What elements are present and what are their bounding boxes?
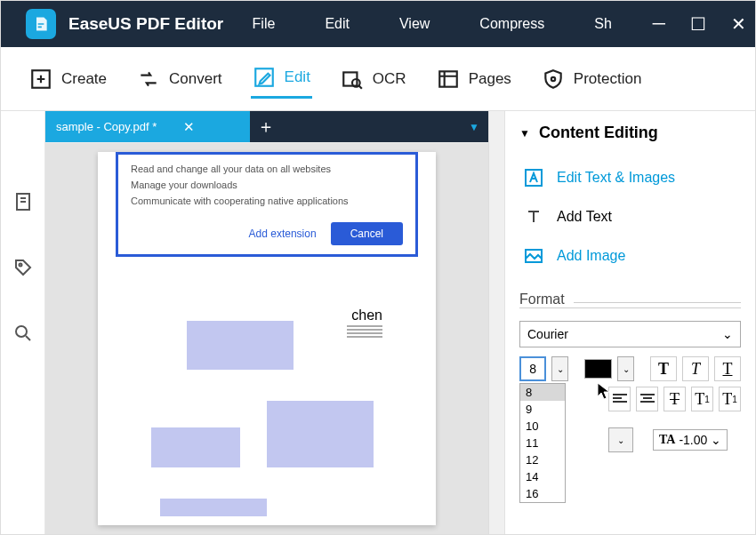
- tool-ocr-label: OCR: [373, 70, 406, 88]
- page-view: Read and change all your data on all web…: [98, 152, 436, 525]
- title-bar: EaseUS PDF Editor File Edit View Compres…: [1, 1, 755, 47]
- action-label: Edit Text & Images: [557, 170, 675, 186]
- document-canvas[interactable]: Read and change all your data on all web…: [45, 143, 488, 535]
- align-center-icon: [640, 394, 655, 404]
- dialog-line: Communicate with cooperating native appl…: [131, 196, 403, 206]
- strikethrough-button[interactable]: T: [664, 387, 686, 411]
- plus-box-icon: [29, 68, 52, 91]
- ocr-icon: [341, 68, 364, 91]
- tab-add-icon[interactable]: ＋: [250, 111, 282, 142]
- tag-icon[interactable]: [12, 257, 34, 278]
- font-color-dropdown-button[interactable]: ⌄: [617, 356, 634, 381]
- search-icon[interactable]: [12, 323, 34, 344]
- tool-create-label: Create: [61, 70, 107, 88]
- font-family-value: Courier: [527, 327, 568, 341]
- add-extension-link[interactable]: Add extension: [245, 222, 320, 245]
- line-spacing-dropdown[interactable]: ⌄: [608, 427, 633, 452]
- maximize-icon[interactable]: ☐: [690, 13, 706, 35]
- tool-pages[interactable]: Pages: [435, 60, 513, 98]
- selection-box[interactable]: [160, 499, 267, 516]
- collapse-caret-icon[interactable]: ▼: [519, 127, 530, 140]
- tool-ocr[interactable]: OCR: [339, 60, 408, 98]
- cancel-button[interactable]: Cancel: [331, 222, 403, 245]
- text-t-icon: [523, 206, 544, 228]
- shield-icon: [542, 68, 565, 91]
- font-size-option[interactable]: 11: [520, 435, 565, 451]
- font-size-option[interactable]: 9: [520, 401, 565, 418]
- doc-text-lines: [347, 325, 382, 339]
- tool-convert-label: Convert: [169, 70, 222, 88]
- align-left-icon: [613, 394, 627, 404]
- tab-close-icon[interactable]: ✕: [183, 119, 195, 135]
- spacing-value: -1.00: [679, 433, 707, 447]
- pages-icon: [437, 68, 460, 91]
- tab-active[interactable]: sample - Copy.pdf * ✕: [45, 111, 250, 142]
- tool-edit[interactable]: Edit: [251, 59, 312, 99]
- add-text-action[interactable]: Add Text: [519, 197, 741, 236]
- font-size-dropdown-button[interactable]: ⌄: [551, 356, 568, 381]
- vertical-scrollbar[interactable]: [488, 111, 504, 535]
- svg-point-5: [551, 76, 555, 80]
- spacing-ta-icon: TA: [659, 433, 675, 447]
- tool-create[interactable]: Create: [28, 60, 109, 98]
- font-size-option[interactable]: 12: [520, 451, 565, 468]
- edit-text-images-action[interactable]: Edit Text & Images: [519, 158, 741, 197]
- tab-bar: sample - Copy.pdf * ✕ ＋ ▼: [45, 111, 488, 143]
- font-size-dropdown[interactable]: 891011121416: [519, 383, 566, 503]
- dialog-line: Manage your downloads: [131, 180, 403, 190]
- chevron-down-icon: ⌄: [722, 327, 733, 341]
- tool-convert[interactable]: Convert: [135, 60, 224, 98]
- action-label: Add Text: [557, 209, 612, 225]
- panel-title: Content Editing: [539, 124, 658, 142]
- panel-header[interactable]: ▼ Content Editing: [519, 124, 741, 142]
- tool-protection-label: Protection: [574, 70, 642, 88]
- add-image-action[interactable]: Add Image: [519, 236, 741, 275]
- app-title: EaseUS PDF Editor: [68, 14, 223, 34]
- bold-button[interactable]: T: [650, 356, 677, 381]
- tool-protection[interactable]: Protection: [540, 60, 644, 98]
- superscript-button[interactable]: T1: [691, 387, 713, 411]
- menu-share[interactable]: Sh: [594, 16, 612, 32]
- font-color-swatch[interactable]: [584, 359, 613, 379]
- align-left-button[interactable]: [608, 387, 631, 411]
- close-icon[interactable]: ✕: [731, 13, 746, 35]
- menu-view[interactable]: View: [399, 16, 430, 32]
- tool-pages-label: Pages: [469, 70, 511, 88]
- tab-dropdown-icon[interactable]: ▼: [469, 121, 479, 133]
- font-family-select[interactable]: Courier ⌄: [519, 321, 741, 347]
- align-center-button[interactable]: [636, 387, 658, 411]
- pencil-box-icon: [253, 66, 276, 89]
- font-size-option[interactable]: 8: [520, 384, 565, 401]
- left-rail: [1, 111, 45, 535]
- tab-filename: sample - Copy.pdf *: [56, 120, 157, 133]
- underline-button[interactable]: T: [714, 356, 741, 381]
- main-toolbar: Create Convert Edit OCR Pages Protection: [1, 47, 755, 111]
- selection-box[interactable]: [151, 427, 240, 467]
- menu-edit[interactable]: Edit: [325, 16, 350, 32]
- image-icon: [523, 245, 544, 267]
- action-label: Add Image: [557, 248, 625, 264]
- text-a-icon: [523, 167, 544, 188]
- side-panel: ▼ Content Editing Edit Text & Images Add…: [504, 111, 755, 535]
- selection-box[interactable]: [267, 401, 374, 467]
- font-size-input[interactable]: 8: [519, 356, 546, 381]
- font-size-option[interactable]: 16: [520, 485, 565, 502]
- menu-compress[interactable]: Compress: [479, 16, 544, 32]
- char-spacing-input[interactable]: TA -1.00 ⌄: [653, 429, 728, 451]
- selection-box[interactable]: [187, 321, 294, 370]
- tool-edit-label: Edit: [285, 68, 310, 86]
- font-size-option[interactable]: 14: [520, 468, 565, 485]
- menu-file[interactable]: File: [253, 16, 276, 32]
- app-logo-icon: [26, 9, 56, 39]
- svg-point-7: [19, 264, 21, 267]
- svg-point-8: [16, 326, 27, 337]
- italic-button[interactable]: T: [682, 356, 709, 381]
- svg-rect-4: [439, 71, 457, 86]
- font-size-option[interactable]: 10: [520, 418, 565, 435]
- format-section-label: Format: [519, 291, 741, 308]
- chevron-down-icon: ⌄: [711, 433, 721, 447]
- subscript-button[interactable]: T1: [719, 387, 741, 411]
- page-nav-icon[interactable]: [12, 191, 34, 212]
- extension-dialog: Read and change all your data on all web…: [116, 152, 418, 257]
- minimize-icon[interactable]: ─: [653, 13, 665, 35]
